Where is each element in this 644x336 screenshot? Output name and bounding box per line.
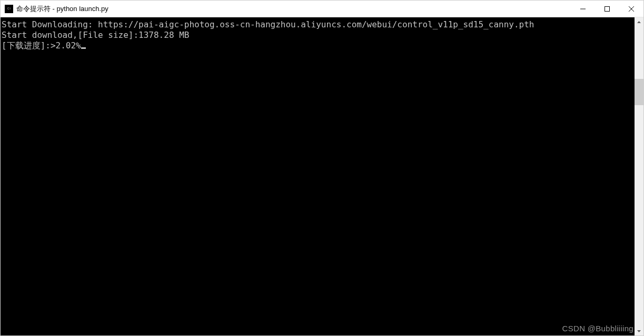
scroll-down-button[interactable] [635,327,643,335]
chevron-up-icon [637,21,641,23]
terminal-output[interactable]: Start Downloading: https://pai-aigc-phot… [1,17,635,335]
terminal-line: Start Downloading: https://pai-aigc-phot… [2,19,635,30]
scrollbar-track[interactable] [635,26,643,327]
cursor [81,47,86,49]
command-prompt-window: C:\ 命令提示符 - python launch.py Start Downl… [0,0,644,336]
watermark: CSDN @Bubbliiiing [562,324,633,333]
chevron-down-icon [637,330,641,332]
maximize-icon [605,6,610,12]
cmd-icon: C:\ [5,5,13,13]
progress-text: [下载进度]:>2.02% [2,40,81,50]
terminal-line: [下载进度]:>2.02% [2,40,635,51]
svg-marker-5 [637,330,641,332]
scrollbar-thumb[interactable] [635,79,643,105]
terminal-area: Start Downloading: https://pai-aigc-phot… [1,17,643,335]
vertical-scrollbar[interactable] [635,17,643,335]
svg-marker-4 [637,21,641,23]
maximize-button[interactable] [595,1,619,17]
scroll-up-button[interactable] [635,17,643,26]
window-title: 命令提示符 - python launch.py [16,4,108,14]
minimize-icon [580,6,586,12]
close-button[interactable] [619,1,643,17]
svg-rect-1 [605,6,610,11]
window-controls [571,1,643,17]
minimize-button[interactable] [571,1,595,17]
close-icon [629,6,634,12]
titlebar[interactable]: C:\ 命令提示符 - python launch.py [1,1,643,17]
terminal-line: Start download,[File size]:1378.28 MB [2,30,635,40]
